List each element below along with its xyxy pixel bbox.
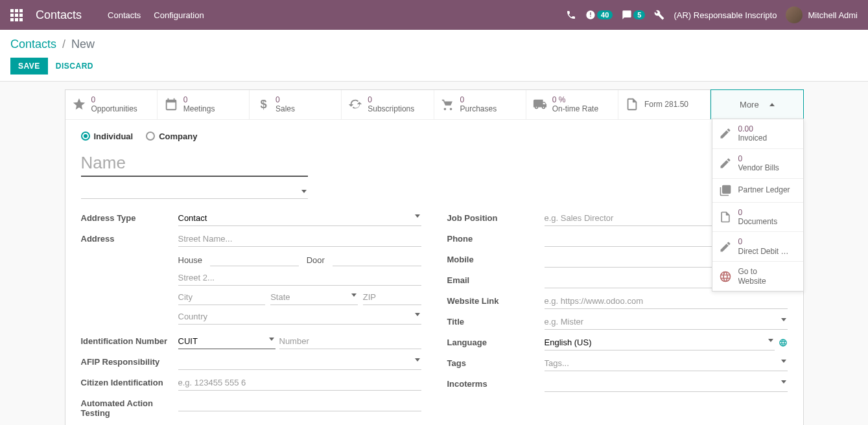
calendar-icon <box>164 97 178 111</box>
pencil-square-icon <box>719 240 732 253</box>
company-selector[interactable]: (AR) Responsable Inscripto <box>674 10 777 20</box>
label-idnum: Identification Number <box>81 334 178 346</box>
stat-subscriptions[interactable]: 0Subscriptions <box>342 90 434 119</box>
messages-badge: 5 <box>633 10 645 19</box>
save-button[interactable]: SAVE <box>10 58 48 75</box>
automated-field[interactable] <box>178 396 421 411</box>
idnum-number-field[interactable] <box>279 334 421 349</box>
breadcrumb-current: New <box>71 38 95 51</box>
label-address-type: Address Type <box>81 211 178 223</box>
globe-icon <box>719 270 732 283</box>
more-go-website[interactable]: Go toWebsite <box>712 262 803 291</box>
label-mobile: Mobile <box>447 252 545 264</box>
label-tags: Tags <box>447 356 545 368</box>
more-documents[interactable]: 0Documents <box>712 203 803 233</box>
house-field[interactable] <box>210 251 299 266</box>
idnum-type-select[interactable] <box>178 334 276 349</box>
more-direct-debit[interactable]: 0Direct Debit … <box>712 232 803 262</box>
messages-icon[interactable]: 5 <box>622 10 645 20</box>
stat-form281[interactable]: Form 281.50 <box>618 90 710 119</box>
city-field[interactable] <box>178 290 266 305</box>
stat-buttons-row: 0Opportunities 0Meetings $ 0Sales 0Subsc… <box>65 90 803 120</box>
globe-icon[interactable] <box>779 338 788 347</box>
top-navbar: Contacts Contacts Configuration 40 5 (AR… <box>0 0 868 30</box>
label-email: Email <box>447 273 545 285</box>
incoterms-select[interactable] <box>545 376 788 392</box>
label-phone: Phone <box>447 231 545 244</box>
radio-company[interactable]: Company <box>146 132 197 141</box>
more-dropdown: 0.00Invoiced 0Vendor Bills Partner Ledge… <box>712 119 804 292</box>
company-select[interactable] <box>81 185 308 199</box>
document-icon <box>719 211 732 224</box>
debug-icon[interactable] <box>654 10 664 20</box>
street2-field[interactable] <box>178 270 421 286</box>
book-icon <box>719 184 732 197</box>
label-automated: Automated Action Testing <box>81 396 178 418</box>
activities-icon[interactable]: 40 <box>585 10 613 20</box>
label-address: Address <box>81 231 178 244</box>
door-field[interactable] <box>333 251 421 266</box>
label-job: Job Position <box>447 211 545 223</box>
street-field[interactable] <box>178 231 421 247</box>
star-icon <box>72 97 86 111</box>
more-invoiced[interactable]: 0.00Invoiced <box>712 119 803 149</box>
address-type-select[interactable] <box>178 211 421 226</box>
label-door: Door <box>307 255 325 265</box>
citizen-field[interactable] <box>178 375 421 391</box>
avatar <box>786 6 803 23</box>
radio-checked-icon <box>81 132 90 141</box>
nav-configuration[interactable]: Configuration <box>154 10 204 20</box>
dollar-icon: $ <box>256 97 270 111</box>
control-panel: Contacts / New SAVE DISCARD <box>0 30 868 82</box>
stat-meetings[interactable]: 0Meetings <box>158 90 250 119</box>
language-select[interactable] <box>545 335 775 350</box>
phone-icon[interactable] <box>566 10 576 20</box>
refresh-icon <box>348 97 362 111</box>
label-afip: AFIP Responsibility <box>81 354 178 367</box>
discard-button[interactable]: DISCARD <box>56 62 93 71</box>
label-citizen: Citizen Identification <box>81 375 178 387</box>
breadcrumb: Contacts / New <box>10 38 858 51</box>
stat-ontime-rate[interactable]: 0 %On-time Rate <box>526 90 618 119</box>
name-field[interactable] <box>81 150 308 177</box>
svg-text:$: $ <box>260 98 266 111</box>
label-website: Website Link <box>447 293 545 306</box>
title-select[interactable] <box>545 314 788 330</box>
cart-icon <box>441 97 455 111</box>
app-brand: Contacts <box>36 8 82 22</box>
apps-menu-icon[interactable] <box>10 9 23 21</box>
truck-icon <box>533 97 547 111</box>
user-name: Mitchell Admi <box>808 10 858 20</box>
pencil-square-icon <box>719 157 732 170</box>
user-menu[interactable]: Mitchell Admi <box>786 6 858 23</box>
more-partner-ledger[interactable]: Partner Ledger <box>712 179 803 203</box>
stat-opportunities[interactable]: 0Opportunities <box>65 90 158 119</box>
stat-purchases[interactable]: 0Purchases <box>434 90 526 119</box>
more-vendor-bills[interactable]: 0Vendor Bills <box>712 149 803 179</box>
zip-field[interactable] <box>363 290 421 305</box>
nav-contacts[interactable]: Contacts <box>108 10 141 20</box>
stat-more-toggle[interactable]: More 0.00Invoiced 0Vendor Bills Partner … <box>710 89 803 119</box>
stat-sales[interactable]: $ 0Sales <box>250 90 342 119</box>
breadcrumb-root[interactable]: Contacts <box>10 38 56 51</box>
afip-select[interactable] <box>178 354 421 370</box>
form-sheet: 0Opportunities 0Meetings $ 0Sales 0Subsc… <box>65 89 804 425</box>
label-incoterms: Incoterms <box>447 376 545 389</box>
label-title: Title <box>447 314 545 327</box>
label-language: Language <box>447 335 545 347</box>
radio-individual[interactable]: Individual <box>81 132 134 141</box>
country-select[interactable] <box>178 309 421 325</box>
document-icon <box>625 97 639 111</box>
tags-select[interactable] <box>545 356 788 371</box>
state-select[interactable] <box>270 290 358 305</box>
label-house: House <box>178 255 203 265</box>
activities-badge: 40 <box>597 10 613 19</box>
radio-unchecked-icon <box>146 132 155 141</box>
pencil-square-icon <box>719 127 732 140</box>
chevron-up-icon <box>769 103 775 106</box>
website-field[interactable] <box>545 293 788 309</box>
caret-down-icon <box>301 190 307 193</box>
